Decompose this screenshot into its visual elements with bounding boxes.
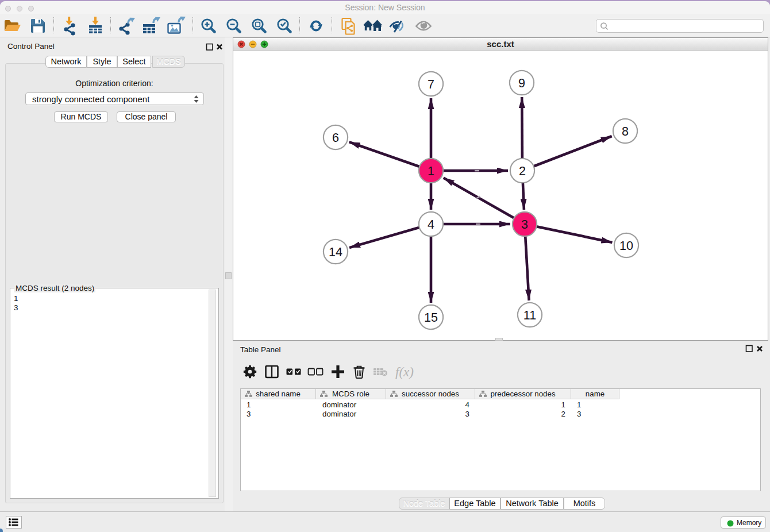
svg-text:2: 2	[519, 164, 526, 178]
svg-text:1: 1	[428, 164, 434, 178]
svg-text:f(x): f(x)	[395, 365, 414, 379]
svg-text:8: 8	[622, 125, 629, 138]
svg-text:10: 10	[619, 239, 633, 253]
svg-text:7: 7	[428, 78, 434, 91]
svg-text:3: 3	[521, 218, 528, 232]
svg-text:11: 11	[523, 309, 536, 322]
svg-text:6: 6	[332, 131, 339, 145]
svg-text:9: 9	[518, 76, 525, 90]
svg-text:4: 4	[428, 218, 434, 232]
svg-text:14: 14	[329, 245, 342, 259]
svg-text:15: 15	[424, 311, 438, 325]
